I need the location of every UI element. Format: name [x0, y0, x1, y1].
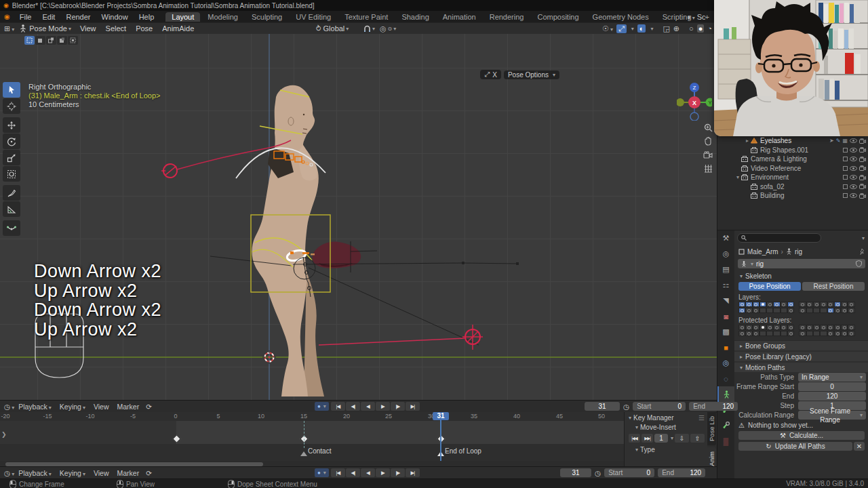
layer-toggle[interactable]: [820, 325, 827, 330]
gizmo-toggle-pill[interactable]: ⤢X: [480, 70, 501, 79]
workspace-tab-sculpting[interactable]: Sculpting: [245, 12, 288, 22]
layer-toggle[interactable]: [766, 308, 773, 313]
eye-icon[interactable]: [850, 193, 857, 198]
play-button[interactable]: ▶: [376, 402, 390, 411]
camera-icon[interactable]: [859, 184, 866, 189]
playback-menu[interactable]: Playback▾: [14, 469, 56, 477]
prev-keyframe-button[interactable]: ◀|: [346, 402, 360, 411]
tab-physics-icon[interactable]: ◌: [717, 371, 734, 386]
layer-toggle[interactable]: [827, 325, 834, 330]
frame-range-start-field[interactable]: 0: [798, 382, 866, 391]
layer-toggle[interactable]: [787, 302, 794, 307]
orthographic-toggle-icon[interactable]: [701, 161, 715, 175]
menu-render[interactable]: Render: [60, 13, 96, 21]
sync-icon[interactable]: ⟳: [146, 469, 152, 477]
current-frame-field[interactable]: 31: [585, 402, 620, 411]
navigation-gizmo[interactable]: Z X Y: [677, 81, 712, 121]
layer-toggle[interactable]: [848, 302, 854, 307]
layer-toggle[interactable]: [781, 331, 787, 336]
layer-toggle[interactable]: [841, 325, 848, 330]
menu-edit[interactable]: Edit: [37, 13, 60, 21]
layer-toggle[interactable]: [834, 325, 841, 330]
editor-type-icon[interactable]: ◷▾: [4, 403, 14, 411]
select-mode-new[interactable]: [35, 36, 45, 45]
scene-selector[interactable]: ◑▾ Sc: [686, 13, 706, 21]
marker-triangle[interactable]: [300, 451, 307, 456]
breadcrumb-data[interactable]: rig: [795, 248, 802, 256]
camera-icon[interactable]: [859, 147, 866, 152]
marker-menu[interactable]: Marker: [113, 469, 144, 477]
expand-channels-chevron[interactable]: ❯: [1, 431, 7, 438]
layer-toggle[interactable]: [766, 331, 773, 336]
motion-paths-section[interactable]: ▾Motion Paths: [734, 363, 868, 372]
show-overlays-toggle[interactable]: ⊕: [673, 24, 679, 33]
layer-toggle[interactable]: [787, 331, 794, 336]
layer-toggle[interactable]: [745, 302, 752, 307]
exclude-checkbox[interactable]: [843, 175, 848, 180]
workspace-tab-geometry-nodes[interactable]: Geometry Nodes: [587, 12, 655, 22]
layer-toggle[interactable]: [738, 331, 745, 336]
protected-grid-left[interactable]: [738, 325, 794, 337]
key-move-left-button[interactable]: |◀◀: [629, 434, 640, 443]
prev-keyframe-button[interactable]: ◀|: [346, 468, 360, 477]
editor-type-icon[interactable]: ⊞▾: [4, 24, 14, 33]
exclude-checkbox[interactable]: [843, 193, 848, 198]
armature-name-field[interactable]: ▾ rig: [738, 259, 865, 268]
eye-icon[interactable]: [850, 184, 857, 189]
outliner-item-eyelashes[interactable]: ▸Eyelashes➤✎▦: [717, 136, 868, 146]
tab-constraints-icon[interactable]: ◎: [717, 355, 734, 371]
move-insert-title[interactable]: Move-Insert: [640, 424, 676, 431]
next-keyframe-button[interactable]: |▶: [391, 468, 405, 477]
pin-icon[interactable]: [859, 248, 865, 255]
viewport-3d[interactable]: Right Orthographic (31) Male_Arm : chest…: [0, 34, 717, 400]
pose-options-header[interactable]: Pose Options▾: [504, 70, 559, 79]
tab-texture-icon[interactable]: ▒: [717, 433, 734, 449]
layers-grid-left[interactable]: [738, 302, 794, 314]
layer-toggle[interactable]: [820, 302, 827, 307]
layer-toggle[interactable]: [738, 302, 745, 307]
layer-toggle[interactable]: [827, 308, 834, 313]
layer-toggle[interactable]: [738, 308, 745, 313]
select-arrow-icon[interactable]: ➤: [829, 138, 834, 144]
key-move-right-button[interactable]: ▶▶|: [642, 434, 653, 443]
update-all-paths-button[interactable]: ↻Update All Paths: [738, 442, 852, 451]
select-mode-tweak[interactable]: [24, 36, 35, 45]
outliner-item-sofa-02[interactable]: sofa_02: [717, 182, 868, 192]
proportional-edit-dropdown[interactable]: ◎⊙▾: [380, 24, 396, 33]
protected-grid-right[interactable]: [799, 325, 854, 337]
exclude-checkbox[interactable]: [843, 184, 848, 189]
layer-toggle[interactable]: [781, 325, 787, 330]
camera-icon[interactable]: [859, 175, 866, 180]
outliner-item-building[interactable]: Building: [717, 191, 868, 201]
tab-view-layer-icon[interactable]: ⚏: [717, 277, 734, 293]
layer-toggle[interactable]: [834, 331, 841, 336]
frame-end-field[interactable]: End120: [658, 468, 705, 477]
current-frame-field[interactable]: 31: [560, 468, 591, 477]
layer-toggle[interactable]: [753, 308, 760, 313]
gizmo-z-neg-axis[interactable]: [690, 113, 698, 121]
workspace-tab-animation[interactable]: Animation: [437, 12, 482, 22]
layer-toggle[interactable]: [820, 331, 827, 336]
tool-select-box[interactable]: [3, 82, 20, 98]
frame-start-field[interactable]: Start0: [604, 468, 654, 477]
outliner-item-camera-lighting[interactable]: Camera & Lighting: [717, 155, 868, 164]
layer-toggle[interactable]: [806, 302, 813, 307]
play-reverse-button[interactable]: ◀: [361, 402, 375, 411]
frame-end-field[interactable]: End120: [689, 402, 738, 411]
select-mode-subtract[interactable]: [57, 36, 67, 45]
workspace-tab-uv-editing[interactable]: UV Editing: [290, 12, 337, 22]
outliner-item-environment[interactable]: ▾Environment: [717, 173, 868, 182]
layer-toggle[interactable]: [827, 331, 834, 336]
auto-keying-toggle[interactable]: ●▾: [315, 402, 329, 411]
tool-move[interactable]: [3, 117, 20, 133]
layer-toggle[interactable]: [781, 302, 787, 307]
eye-icon[interactable]: [850, 138, 857, 143]
camera-icon[interactable]: [859, 157, 866, 162]
layer-toggle[interactable]: [738, 325, 745, 330]
paths-type-dropdown[interactable]: In Range▾: [798, 373, 866, 382]
value-dropdown[interactable]: ▾: [671, 435, 673, 441]
marker-menu[interactable]: Marker: [113, 403, 144, 411]
layer-toggle[interactable]: [781, 308, 787, 313]
editor-type-icon[interactable]: ◷▾: [4, 469, 14, 477]
workspace-tab-texture-paint[interactable]: Texture Paint: [338, 12, 394, 22]
